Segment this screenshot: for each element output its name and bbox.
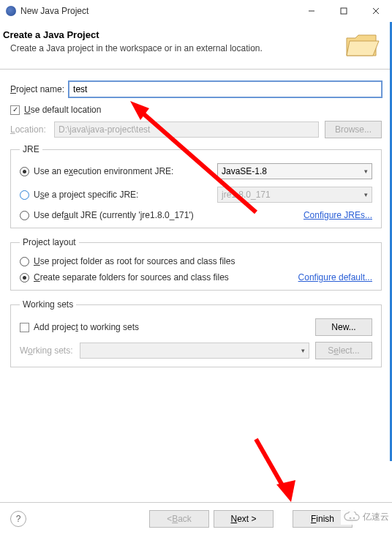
use-root-label: Use project folder as root for sources a…: [34, 256, 235, 266]
back-button: < Back: [149, 510, 209, 528]
project-name-input[interactable]: [69, 81, 382, 97]
select-working-set-button: Select...: [315, 342, 372, 359]
configure-default-link[interactable]: Configure default...: [298, 272, 372, 283]
exec-env-radio[interactable]: [20, 167, 29, 176]
watermark: 亿速云: [341, 509, 392, 525]
next-button[interactable]: Next >: [214, 510, 274, 528]
default-jre-radio[interactable]: [20, 211, 29, 220]
project-specific-label: Use a project specific JRE:: [34, 190, 138, 200]
app-icon: [6, 6, 16, 16]
header-title: Create a Java Project: [3, 29, 344, 40]
chevron-down-icon: ▾: [301, 347, 305, 354]
svg-point-8: [350, 517, 352, 519]
location-input: D:\java\java-project\test: [54, 121, 319, 138]
dialog-header: Create a Java Project Create a Java proj…: [0, 22, 392, 70]
window-title: New Java Project: [20, 6, 295, 16]
titlebar: New Java Project: [0, 0, 392, 22]
project-specific-radio[interactable]: [20, 190, 29, 200]
exec-env-select[interactable]: JavaSE-1.8 ▾: [217, 163, 372, 179]
separate-folders-label: Create separate folders for sources and …: [34, 272, 298, 283]
add-working-sets-label: Add project to working sets: [34, 322, 315, 332]
wizard-folder-icon: [344, 29, 380, 59]
working-sets-group: Working sets Add project to working sets…: [10, 299, 382, 367]
exec-env-label: Use an execution environment JRE:: [34, 166, 173, 176]
minimize-button[interactable]: [295, 1, 328, 21]
close-button[interactable]: [360, 1, 392, 21]
svg-marker-7: [276, 480, 295, 502]
working-sets-select: ▾: [80, 343, 309, 359]
project-name-label: Project name:: [10, 84, 64, 94]
exec-env-value: JavaSE-1.8: [222, 166, 267, 176]
default-jre-label: Use default JRE (currently 'jre1.8.0_171…: [34, 210, 194, 220]
project-layout-group: Project layout Use project folder as roo…: [10, 237, 382, 291]
project-specific-select: jre1.8.0_171 ▾: [217, 187, 372, 203]
chevron-down-icon: ▾: [364, 191, 368, 198]
add-working-sets-checkbox[interactable]: [20, 323, 29, 332]
project-layout-legend: Project layout: [20, 237, 79, 247]
help-button[interactable]: ?: [10, 511, 26, 527]
header-description: Create a Java project in the workspace o…: [3, 43, 344, 53]
use-default-location-checkbox[interactable]: [10, 105, 20, 115]
working-sets-label: Working sets:: [20, 345, 80, 356]
dialog-footer: ? < Back Next > Finish: [0, 502, 392, 535]
separate-folders-radio[interactable]: [20, 273, 29, 283]
maximize-button[interactable]: [328, 1, 360, 21]
annotation-arrow-2: [241, 432, 329, 512]
jre-legend: JRE: [20, 144, 42, 154]
location-label: Location:: [10, 124, 54, 135]
project-specific-value: jre1.8.0_171: [222, 190, 271, 200]
dialog-body: Project name: Use default location Locat…: [0, 70, 392, 384]
use-root-radio[interactable]: [20, 257, 29, 266]
svg-line-6: [256, 439, 285, 490]
chevron-down-icon: ▾: [364, 168, 368, 175]
svg-rect-1: [341, 8, 347, 14]
new-working-set-button[interactable]: New...: [315, 318, 372, 336]
use-default-location-label: Use default location: [24, 105, 101, 115]
browse-button: Browse...: [325, 121, 382, 138]
svg-point-9: [353, 517, 355, 519]
jre-group: JRE Use an execution environment JRE: Ja…: [10, 144, 382, 228]
configure-jres-link[interactable]: Configure JREs...: [304, 210, 372, 220]
working-sets-legend: Working sets: [20, 299, 76, 310]
